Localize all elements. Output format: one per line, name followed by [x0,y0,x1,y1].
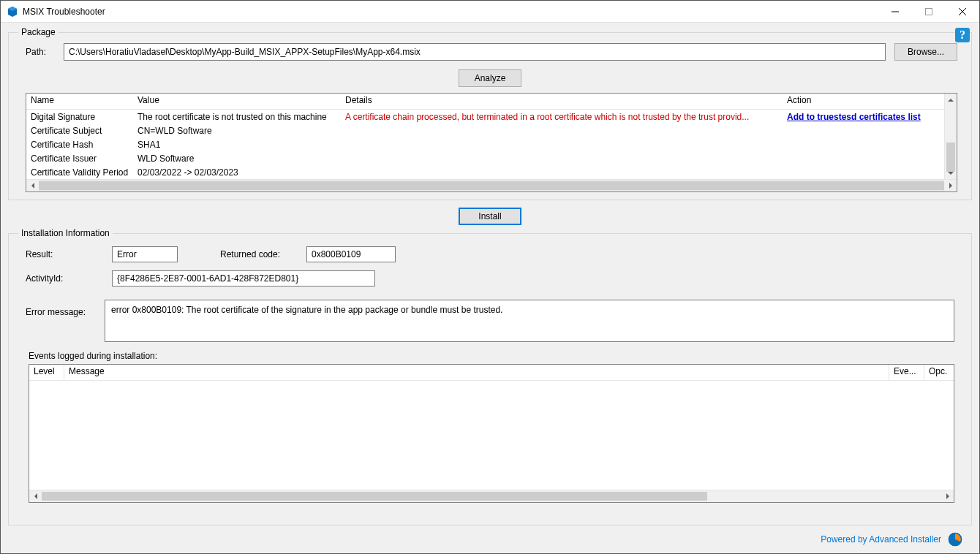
client-area: ? Package Path: Browse... Analyze Name V… [1,23,979,553]
cell-details [341,171,783,174]
scroll-up-icon[interactable] [945,94,957,106]
cell-name: Certificate Validity Period [26,166,133,179]
col-message-header[interactable]: Message [64,365,889,380]
installation-group: Installation Information Result: Error R… [8,228,972,525]
events-label: Events logged during installation: [29,351,954,361]
cell-name: Digital Signature [26,110,133,124]
app-icon [7,6,18,18]
advanced-installer-logo-icon [947,531,963,547]
maximize-button[interactable] [912,1,946,22]
installation-legend: Installation Information [18,228,113,238]
vscroll-thumb[interactable] [946,143,955,172]
cell-details: A certificate chain processed, but termi… [341,110,783,124]
cell-details [341,157,783,160]
analysis-table: Name Value Details Action Digital Signat… [26,93,957,192]
help-icon[interactable]: ? [954,27,970,43]
table-row[interactable]: Certificate IssuerWLD Software [26,151,944,165]
col-details-header[interactable]: Details [341,94,783,109]
scroll-right-icon[interactable] [944,180,957,191]
titlebar: MSIX Troubleshooter [1,1,979,23]
cell-details [341,129,783,132]
table-row[interactable]: Certificate SubjectCN=WLD Software [26,124,944,137]
error-message-value: error 0x800B0109: The root certificate o… [105,300,954,342]
package-group: Package Path: Browse... Analyze Name Val… [8,27,972,200]
path-input[interactable] [64,43,886,61]
events-table-header: Level Message Eve... Opc. [29,365,954,381]
table-row[interactable]: Certificate HashSHA1 [26,137,944,151]
cell-action [783,129,944,132]
result-value: Error [112,246,178,262]
footer: Powered by Advanced Installer [8,531,972,550]
activity-value: {8F4286E5-2E87-0001-6AD1-428F872ED801} [112,270,375,287]
events-hscrollbar[interactable] [29,490,954,502]
col-event-header[interactable]: Eve... [889,365,924,380]
col-value-header[interactable]: Value [133,94,341,109]
cell-value: 02/03/2022 -> 02/03/2023 [133,166,341,179]
close-button[interactable] [946,1,979,22]
browse-button[interactable]: Browse... [894,43,957,61]
result-label: Result: [26,249,99,259]
events-scroll-right-icon[interactable] [941,490,954,502]
col-name-header[interactable]: Name [26,94,133,109]
col-level-header[interactable]: Level [29,365,64,380]
cell-value: WLD Software [133,152,341,165]
analyze-button[interactable]: Analyze [459,69,521,87]
cell-action: Add to truestesd certificates list [783,110,944,124]
events-scroll-left-icon[interactable] [29,490,42,502]
cell-value: SHA1 [133,138,341,151]
cell-value: CN=WLD Software [133,124,341,137]
cell-action [783,143,944,146]
events-hscroll-thumb[interactable] [42,492,707,501]
analysis-hscrollbar[interactable] [26,179,957,191]
col-opcode-header[interactable]: Opc. [924,365,954,380]
window-controls [878,1,979,22]
hscroll-thumb[interactable] [39,181,944,190]
cell-name: Certificate Subject [26,124,133,137]
cell-action [783,171,944,174]
table-row[interactable]: Certificate Validity Period02/03/2022 ->… [26,165,944,179]
events-body [29,381,954,490]
svg-rect-1 [926,8,932,15]
cell-action [783,157,944,160]
returned-code-label: Returned code: [220,249,293,259]
analysis-vscrollbar[interactable] [944,94,957,179]
cell-value: The root certificate is not trusted on t… [133,110,341,124]
col-action-header[interactable]: Action [783,94,944,109]
main-window: MSIX Troubleshooter ? [0,0,980,554]
add-to-trusted-certificates-link[interactable]: Add to truestesd certificates list [787,112,921,122]
powered-by-link[interactable]: Powered by Advanced Installer [821,534,941,544]
analysis-table-header: Name Value Details Action [26,94,944,110]
returned-code-value: 0x800B0109 [306,246,396,262]
error-label: Error message: [26,300,91,317]
path-label: Path: [26,47,55,57]
window-title: MSIX Troubleshooter [23,7,105,17]
activity-label: ActivityId: [26,273,99,284]
minimize-button[interactable] [878,1,912,22]
cell-name: Certificate Issuer [26,152,133,165]
package-legend: Package [18,27,59,37]
scroll-left-icon[interactable] [26,180,39,191]
events-table: Level Message Eve... Opc. [29,364,954,503]
cell-name: Certificate Hash [26,138,133,151]
svg-text:?: ? [960,29,965,41]
cell-details [341,143,783,146]
table-row[interactable]: Digital SignatureThe root certificate is… [26,110,944,124]
install-button[interactable]: Install [459,208,521,225]
